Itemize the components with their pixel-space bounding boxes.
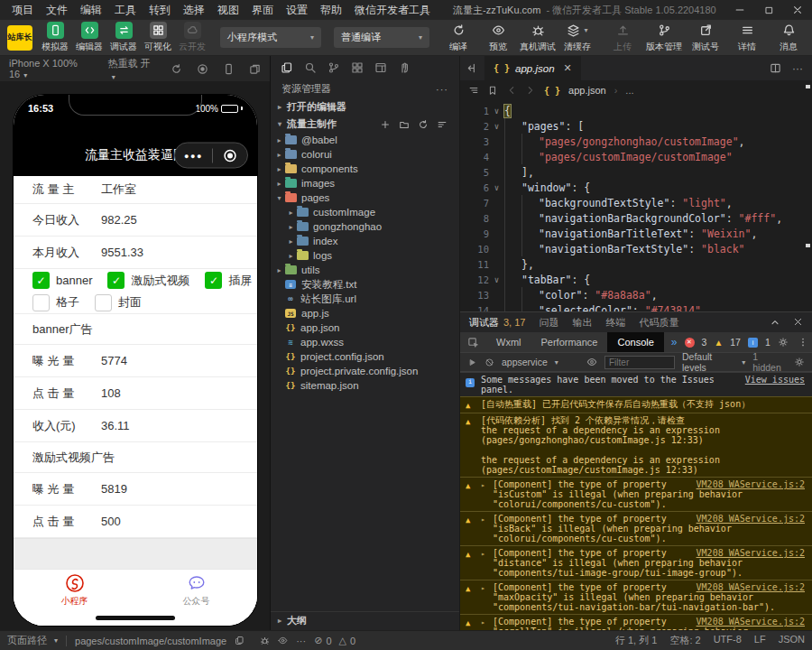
fold-icon[interactable]: ∨ (489, 122, 504, 131)
menu-item[interactable]: 选择 (177, 0, 211, 20)
hand-icon[interactable] (398, 61, 411, 74)
problems-indicator[interactable]: ⊘ 0 △ 0 (314, 635, 355, 646)
tree-item[interactable]: {}app.json (271, 320, 459, 335)
collapse-panel-icon[interactable] (770, 317, 780, 328)
debugger-tab[interactable]: 代码质量 (639, 316, 678, 330)
toolbar-button[interactable]: 调试器 (106, 22, 141, 53)
mode-select[interactable]: 小程序模式 ▾ (220, 27, 321, 48)
float-window-icon[interactable] (249, 63, 261, 75)
menu-item[interactable]: 转到 (143, 0, 177, 20)
source-link[interactable]: VM208 WAService.js:2 (697, 479, 805, 489)
debugger-tab[interactable]: 问题 (539, 316, 558, 330)
close-icon[interactable] (783, 0, 812, 20)
collapse-all-icon[interactable] (437, 119, 448, 130)
source-link[interactable]: VM208 WAService.js:2 (697, 514, 805, 524)
fold-icon[interactable]: ∨ (489, 183, 504, 192)
close-panel-icon[interactable] (793, 317, 803, 328)
expand-icon[interactable]: ▸ (481, 617, 488, 630)
tree-item[interactable]: ▸@babel (271, 133, 459, 147)
checkbox[interactable] (95, 294, 112, 311)
devtools-tab[interactable]: Wxml (486, 332, 531, 352)
tree-item[interactable]: ▾pages (271, 190, 459, 205)
fold-icon[interactable]: ∨ (489, 107, 504, 116)
hot-reload-select[interactable]: 热重载 开▾ (108, 57, 156, 81)
expand-icon[interactable]: ▸ (481, 479, 488, 509)
info-count-icon[interactable]: i (748, 338, 758, 348)
source-link[interactable]: VM208 WAService.js:2 (697, 617, 805, 627)
checkbox[interactable] (32, 294, 50, 311)
refresh-icon[interactable] (418, 119, 429, 130)
menu-item[interactable]: 工具 (108, 0, 143, 20)
console-message[interactable]: ▲[自动热重载] 已开启代码文件保存后自动热重载（不支持 json） (460, 396, 812, 413)
capsule-menu[interactable]: ●●● (174, 143, 248, 169)
toolbar-action[interactable]: 编译 (440, 23, 476, 53)
tree-item[interactable]: {}project.config.json (271, 349, 459, 364)
branch-icon[interactable] (328, 61, 340, 74)
warning-count-icon[interactable]: ▲ (714, 338, 723, 348)
tab-app-json[interactable]: { } app.json ✕ (484, 56, 581, 80)
more-icon[interactable]: ··· (436, 84, 448, 95)
toolbar-button[interactable]: 编辑器 (72, 22, 106, 53)
expand-icon[interactable]: ▸ (481, 582, 488, 612)
expand-icon[interactable]: ▸ (481, 548, 488, 578)
console-message[interactable]: ▲▸VM208 WAService.js:2[Component] the ty… (460, 511, 812, 545)
more-icon[interactable]: ●●● (184, 151, 203, 160)
tree-item[interactable]: ∞站长图库.url (271, 292, 459, 306)
menu-item[interactable]: 设置 (280, 0, 314, 20)
console-settings-icon[interactable] (794, 357, 805, 367)
compile-mode-select[interactable]: 普通编译 ▾ (334, 27, 429, 48)
debugger-tab[interactable]: 调试器3, 17 (469, 316, 525, 330)
console-message[interactable]: ▲▸VM208 WAService.js:2[Component] the ty… (460, 580, 812, 614)
status-item[interactable]: JSON (779, 634, 805, 647)
tree-item[interactable]: ▸logs (271, 248, 459, 263)
debugger-tab[interactable]: 终端 (605, 316, 625, 330)
toolbar-action[interactable]: 测试号 (687, 23, 724, 53)
phone-tab[interactable]: 公众号 (135, 570, 257, 610)
filter-input[interactable] (604, 356, 675, 369)
nav-back-icon[interactable] (506, 85, 517, 96)
menu-item[interactable]: 文件 (40, 0, 74, 20)
code-area[interactable]: 1∨{2∨"pages": [3"pages/gongzhonghao/cust… (460, 100, 812, 311)
grid-icon[interactable] (351, 61, 364, 74)
tree-item[interactable]: JSapp.js (271, 306, 459, 320)
inspect-icon[interactable] (460, 337, 486, 348)
tree-item[interactable]: ≋app.wxss (271, 335, 459, 349)
tree-item[interactable]: {}project.private.config.json (271, 364, 459, 378)
tree-item[interactable]: ▸utils (271, 263, 459, 277)
tree-item[interactable]: {}sitemap.json (271, 378, 459, 393)
debug-status-icon[interactable] (260, 636, 270, 645)
error-count-icon[interactable]: ✕ (685, 338, 695, 348)
tree-item[interactable]: ▸gongzhonghao (271, 219, 459, 234)
top-frame-icon[interactable] (467, 358, 477, 367)
split-editor-icon[interactable] (770, 62, 781, 75)
breadcrumb-more[interactable]: ... (625, 85, 633, 96)
console-message[interactable]: ▲▸VM208 WAService.js:2[Component] the ty… (460, 614, 812, 630)
toolbar-action[interactable]: 真机调试 (520, 23, 556, 53)
search-icon[interactable] (304, 61, 317, 74)
more-tabs-icon[interactable]: » (664, 336, 685, 348)
menu-item[interactable]: 帮助 (314, 0, 348, 20)
expand-icon[interactable]: ▸ (481, 514, 488, 543)
devtools-menu-icon[interactable] (798, 337, 808, 348)
menu-item[interactable]: 编辑 (74, 0, 108, 20)
status-item[interactable]: UTF-8 (714, 634, 742, 647)
device-select[interactable]: iPhone X 100% 16▾ (9, 58, 96, 79)
tree-item[interactable]: ▸customImage (271, 205, 459, 219)
source-link[interactable]: VM208 WAService.js:2 (697, 582, 805, 592)
console-message[interactable]: ▲▸VM208 WAService.js:2[Component] the ty… (460, 545, 812, 580)
toolbar-button[interactable]: 模拟器 (38, 22, 72, 53)
outline-section[interactable]: ▸ 大纲 (271, 611, 459, 628)
tree-item[interactable]: ▸colorui (271, 147, 459, 162)
page-path[interactable]: pages/customImage/customImage (75, 636, 226, 646)
toolbar-action[interactable]: 消息 (770, 23, 807, 53)
window-icon[interactable] (374, 61, 387, 74)
context-select[interactable]: appservice ▾ (502, 357, 579, 367)
record-icon[interactable] (197, 63, 208, 75)
tree-item[interactable]: ≡安装教程.txt (271, 277, 459, 292)
rotate-icon[interactable] (171, 63, 182, 75)
copy-path-icon[interactable] (235, 636, 245, 645)
clear-console-icon[interactable] (484, 358, 494, 367)
checkbox[interactable]: ✓ (107, 272, 125, 289)
console-message[interactable]: ▲[代码依赖分析] 找到 2 个依赖异常情况，请检查 the request o… (460, 413, 812, 477)
new-folder-icon[interactable] (399, 119, 410, 130)
